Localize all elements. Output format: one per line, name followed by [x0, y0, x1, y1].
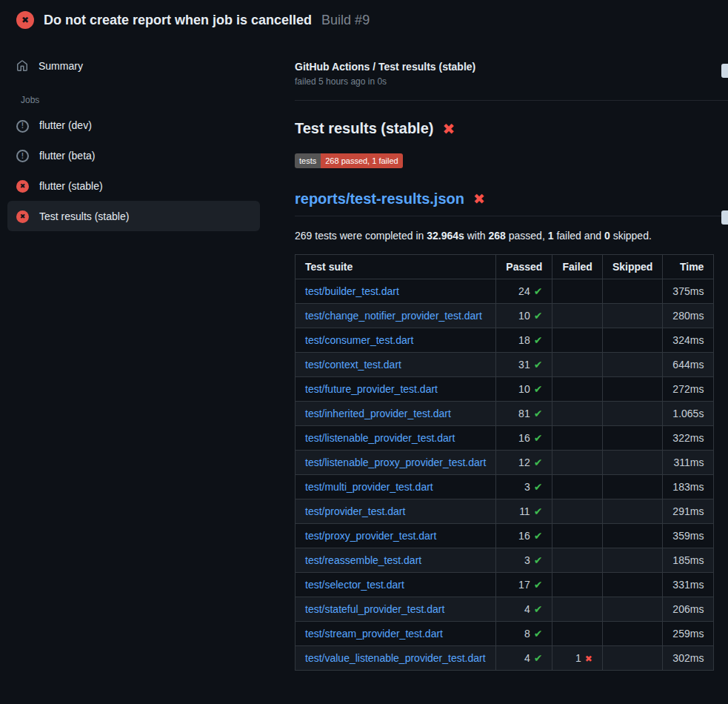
time-cell: 644ms [663, 353, 714, 377]
run-status-line: failed 5 hours ago in 0s [295, 76, 728, 87]
time-cell: 322ms [663, 426, 714, 451]
sidebar-summary-label: Summary [39, 60, 83, 72]
skipped-cell [602, 622, 662, 646]
badge-label: tests [295, 153, 321, 168]
report-heading: reports/test-results.json ✖ [295, 190, 728, 216]
failed-cell: ✖ [552, 328, 602, 353]
failed-count: 1 [575, 652, 581, 664]
test-suite-cell: test/listenable_provider_test.dart [295, 426, 496, 451]
build-failed-status-icon: ✖ [16, 11, 34, 29]
check-icon: ✔ [534, 481, 543, 493]
test-suite-link[interactable]: test/stateful_provider_test.dart [305, 603, 444, 615]
failed-cell: ✖ [552, 499, 602, 524]
test-suite-cell: test/builder_test.dart [295, 279, 496, 304]
check-icon: ✔ [534, 530, 543, 542]
test-suite-link[interactable]: test/consumer_test.dart [305, 334, 413, 346]
test-suite-link[interactable]: test/stream_provider_test.dart [305, 628, 443, 640]
sidebar-job-flutter-beta[interactable]: ! flutter (beta) [7, 141, 260, 171]
table-row: test/listenable_provider_test.dart 16✔ ✖… [295, 426, 714, 451]
passed-cell: 16✔ [496, 426, 552, 451]
time-value: 291ms [672, 505, 704, 517]
report-failed-x-icon: ✖ [473, 192, 485, 206]
summary-text: 269 tests were completed in [295, 230, 427, 242]
failed-cell: ✖ [552, 622, 602, 646]
passed-count: 4 [524, 652, 530, 664]
check-icon: ✔ [534, 334, 543, 346]
time-value: 302ms [672, 652, 704, 664]
failed-cell: ✖ [552, 402, 602, 426]
test-suite-link[interactable]: test/inherited_provider_test.dart [305, 408, 451, 419]
skipped-cell [602, 573, 662, 597]
time-cell: 185ms [663, 548, 714, 573]
column-header-test-suite: Test suite [295, 255, 496, 279]
time-cell: 324ms [663, 328, 714, 353]
time-value: 311ms [673, 456, 704, 468]
test-suite-cell: test/listenable_proxy_provider_test.dart [295, 451, 496, 475]
table-row: test/provider_test.dart 11✔ ✖ 291ms [295, 499, 714, 524]
sidebar-item-summary[interactable]: Summary [7, 52, 260, 80]
time-value: 324ms [672, 334, 704, 346]
skipped-cell [602, 475, 662, 499]
test-suite-cell: test/multi_provider_test.dart [295, 475, 496, 499]
passed-count: 16 [518, 432, 530, 444]
summary-text: with [464, 230, 489, 242]
build-title: Do not create report when job is cancell… [44, 13, 312, 28]
report-file-link[interactable]: reports/test-results.json [295, 190, 464, 207]
sidebar-job-label: flutter (dev) [39, 119, 92, 131]
passed-count: 10 [518, 383, 530, 395]
sidebar-job-flutter-stable[interactable]: ✖ flutter (stable) [7, 170, 260, 201]
test-suite-link[interactable]: test/provider_test.dart [305, 505, 405, 517]
test-suite-link[interactable]: test/listenable_provider_test.dart [305, 432, 455, 444]
passed-cell: 3✔ [496, 475, 552, 499]
test-suite-link[interactable]: test/value_listenable_provider_test.dart [305, 652, 486, 664]
check-icon: ✔ [534, 432, 543, 444]
passed-cell: 18✔ [496, 328, 552, 353]
summary-skipped-count: 0 [604, 230, 610, 242]
failed-cell: ✖ [552, 475, 602, 499]
passed-count: 4 [524, 603, 530, 615]
column-header-skipped: Skipped [602, 255, 662, 279]
failed-cell: ✖ [552, 573, 602, 597]
summary-duration: 32.964s [427, 230, 464, 242]
passed-count: 18 [518, 334, 530, 346]
summary-text: skipped. [610, 230, 652, 242]
tests-status-badge: tests 268 passed, 1 failed [295, 153, 403, 168]
passed-count: 17 [518, 579, 530, 591]
time-value: 272ms [672, 383, 704, 395]
jobs-section-label: Jobs [7, 80, 260, 110]
passed-count: 3 [524, 554, 530, 566]
time-cell: 359ms [663, 524, 714, 548]
table-row: test/selector_test.dart 17✔ ✖ 331ms [295, 573, 714, 597]
cancelled-status-icon: ! [16, 150, 29, 162]
skipped-cell [602, 304, 662, 328]
skipped-cell [602, 451, 662, 475]
test-suite-link[interactable]: test/builder_test.dart [305, 285, 399, 297]
failed-cell: ✖ [552, 353, 602, 377]
check-icon: ✔ [534, 285, 543, 297]
time-value: 1.065s [672, 408, 704, 419]
time-value: 375ms [672, 285, 704, 297]
cancelled-status-icon: ! [16, 120, 29, 133]
passed-count: 11 [519, 505, 530, 517]
sidebar-job-test-results-stable[interactable]: ✖ Test results (stable) [7, 201, 260, 231]
test-suite-link[interactable]: test/proxy_provider_test.dart [305, 530, 436, 542]
test-suite-link[interactable]: test/listenable_proxy_provider_test.dart [305, 456, 486, 468]
table-row: test/future_provider_test.dart 10✔ ✖ 272… [295, 377, 714, 402]
test-suite-link[interactable]: test/multi_provider_test.dart [305, 481, 433, 493]
table-row: test/multi_provider_test.dart 3✔ ✖ 183ms [295, 475, 714, 499]
passed-count: 12 [518, 456, 530, 468]
skipped-cell [602, 328, 662, 353]
passed-cell: 4✔ [496, 597, 552, 622]
test-suite-link[interactable]: test/context_test.dart [305, 359, 401, 371]
test-suite-link[interactable]: test/reassemble_test.dart [305, 554, 421, 566]
time-cell: 311ms [663, 451, 714, 475]
test-suite-link[interactable]: test/change_notifier_provider_test.dart [305, 310, 482, 322]
test-suite-link[interactable]: test/future_provider_test.dart [305, 383, 438, 395]
sidebar-job-flutter-dev[interactable]: ! flutter (dev) [7, 110, 260, 141]
failed-status-icon: ✖ [16, 180, 29, 193]
table-row: test/stateful_provider_test.dart 4✔ ✖ 20… [295, 597, 714, 622]
test-suite-link[interactable]: test/selector_test.dart [305, 579, 404, 591]
check-icon: ✔ [534, 408, 543, 419]
time-cell: 1.065s [663, 402, 714, 426]
time-value: 644ms [672, 359, 704, 371]
